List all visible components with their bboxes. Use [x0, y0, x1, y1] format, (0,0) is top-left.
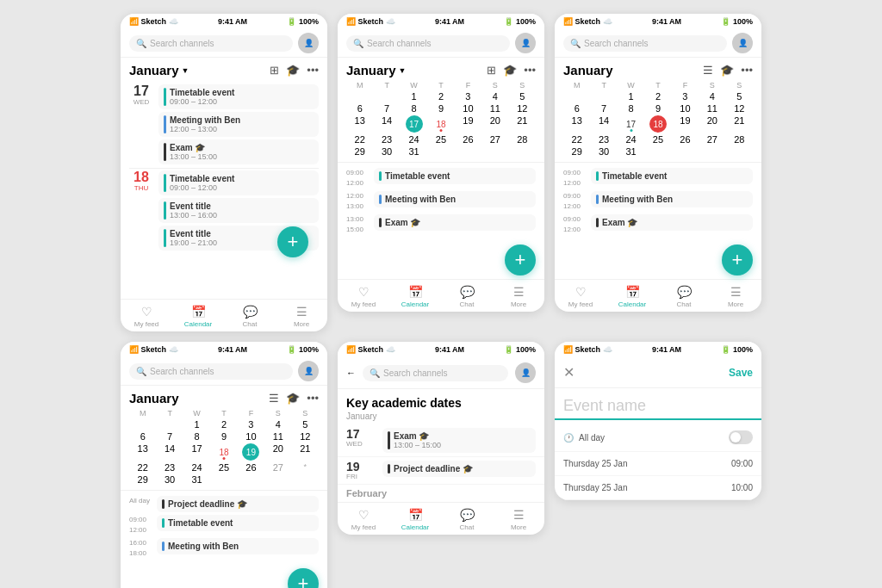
calendar-grid-3: MTWTFSS 12345 6789101112 13141718192021 … [555, 81, 761, 160]
cap-icon[interactable]: 🎓 [286, 64, 300, 77]
event-name-field-6[interactable]: Event name [555, 388, 761, 420]
tab-myfeed-3[interactable]: ♡My feed [555, 285, 606, 308]
scroll-events-2: 09:0012:00 Timetable event 12:0013:00 Me… [338, 164, 544, 241]
time-event-3[interactable]: 13:0015:00 Exam 🎓 [346, 214, 536, 235]
grid-icon[interactable]: ⊞ [270, 64, 279, 77]
list-icon[interactable]: ☰ [703, 64, 713, 77]
phone-6: 📶 Sketch ☁️ 9:41 AM 🔋 100% ✕ Save Event … [555, 342, 761, 500]
event-meeting-17[interactable]: Meeting with Ben 12:00 – 13:00 [158, 112, 319, 137]
time-event-3-3[interactable]: 09:0012:00 Exam 🎓 [563, 214, 753, 235]
phone-2: 📶 Sketch ☁️ 9:41 AM 🔋 100% 🔍 Search chan… [338, 14, 544, 312]
event-timetable-17[interactable]: Timetable event 09:00 – 12:00 [158, 84, 319, 109]
fab-3[interactable]: + [722, 244, 753, 275]
key-dates-title: Key academic dates [338, 389, 544, 412]
form-end-row-6[interactable]: Thursday 25 Jan 10:00 [555, 476, 761, 500]
event-bar [164, 143, 166, 161]
avatar-2[interactable]: 👤 [515, 33, 536, 53]
time-event-3-1[interactable]: 09:0012:00 Timetable event [563, 168, 753, 189]
chevron-down-icon: ▼ [399, 66, 407, 75]
list-icon[interactable]: ☰ [269, 392, 279, 405]
status-bar-2: 📶 Sketch ☁️ 9:41 AM 🔋 100% [338, 14, 544, 29]
tab-myfeed-2[interactable]: ♡My feed [338, 285, 389, 308]
search-input-2[interactable]: 🔍 Search channels [346, 35, 510, 52]
search-input-4[interactable]: 🔍 Search channels [129, 363, 293, 380]
tab-calendar-5[interactable]: 📅Calendar [389, 508, 441, 531]
event-title1-18[interactable]: Event title 13:00 – 16:00 [158, 198, 319, 223]
key-date-row-17[interactable]: 17 WED Exam 🎓 13:00 – 15:00 [338, 424, 544, 457]
fab-4[interactable]: + [288, 568, 319, 588]
avatar-3[interactable]: 👤 [732, 33, 753, 53]
tab-chat-1[interactable]: 💬Chat [224, 305, 276, 328]
today-cell-4[interactable]: 19 [242, 443, 259, 461]
month-title-2[interactable]: January ▼ [346, 63, 406, 77]
tab-more-5[interactable]: ☰More [493, 508, 544, 531]
tab-myfeed-1[interactable]: ♡My feed [121, 305, 172, 328]
event-timetable-18[interactable]: Timetable event 09:00 – 12:00 [158, 170, 319, 195]
avatar-5[interactable]: 👤 [515, 362, 536, 383]
today-cell-2[interactable]: 17 [406, 115, 423, 133]
cap-icon[interactable]: 🎓 [286, 392, 300, 405]
search-icon: 🔍 [570, 39, 581, 48]
tab-more-1[interactable]: ☰More [276, 305, 327, 328]
cap-icon[interactable]: 🎓 [503, 64, 517, 77]
tab-bar-2: ♡My feed 📅Calendar 💬Chat ☰More [338, 279, 544, 312]
tab-chat-2[interactable]: 💬Chat [441, 285, 493, 308]
tab-chat-5[interactable]: 💬Chat [441, 508, 493, 531]
more-icon[interactable]: ••• [524, 64, 536, 77]
tab-chat-3[interactable]: 💬Chat [658, 285, 710, 308]
phone-body-1: 17 WED Timetable event 09:00 – 12:00 [121, 81, 327, 331]
month-icons-1: ⊞ 🎓 ••• [270, 64, 319, 77]
form-header-6: ✕ Save [555, 357, 761, 388]
start-time-6[interactable]: 09:00 [731, 459, 753, 468]
more-icon[interactable]: ••• [307, 392, 319, 405]
fab-1[interactable]: + [277, 226, 308, 257]
search-input-1[interactable]: 🔍 Search channels [129, 35, 293, 52]
tab-myfeed-5[interactable]: ♡My feed [338, 508, 389, 531]
month-header-4: January ☰ 🎓 ••• [121, 386, 327, 409]
grid-icon[interactable]: ⊞ [487, 64, 496, 77]
events-list-17: Timetable event 09:00 – 12:00 Meeting wi… [158, 84, 319, 164]
allday-toggle-6[interactable] [729, 430, 753, 444]
close-button-6[interactable]: ✕ [563, 364, 575, 381]
search-input-3[interactable]: 🔍 Search channels [563, 35, 727, 52]
month-title-1[interactable]: January ▼ [129, 63, 189, 77]
time-event-1[interactable]: 09:0012:00 Timetable event [346, 168, 536, 189]
calendar-grid-4: MTWTFSS 12345 6789101112 13141718192021 … [121, 409, 327, 488]
end-time-6[interactable]: 10:00 [731, 483, 753, 492]
time-event-4-1[interactable]: 09:0012:00 Timetable event [129, 515, 319, 535]
form-start-row-6[interactable]: Thursday 25 Jan 09:00 [555, 452, 761, 476]
more-icon[interactable]: ••• [741, 64, 753, 77]
more-icon[interactable]: ••• [307, 64, 319, 77]
tab-more-2[interactable]: ☰More [493, 285, 544, 308]
scroll-events-4: All day Project deadline 🎓 09:0012:00 Ti… [121, 492, 327, 565]
start-date-6[interactable]: Thursday 25 Jan [563, 459, 628, 468]
today-cell-3[interactable]: 18 [649, 115, 667, 133]
event-bar [164, 229, 166, 247]
time-event-2[interactable]: 12:0013:00 Meeting with Ben [346, 191, 536, 212]
cap-icon[interactable]: 🎓 [720, 64, 734, 77]
status-right: 🔋 100% [287, 17, 319, 26]
search-icon: 🔍 [136, 39, 146, 48]
event-exam-17[interactable]: Exam 🎓 13:00 – 15:00 [158, 139, 319, 164]
month-title-4[interactable]: January [129, 391, 179, 405]
time-event-3-2[interactable]: 09:0012:00 Meeting with Ben [563, 191, 753, 212]
avatar-1[interactable]: 👤 [298, 33, 319, 53]
month-title-3[interactable]: January [563, 63, 613, 77]
fab-2[interactable]: + [505, 244, 536, 275]
key-date-row-19[interactable]: 19 FRI Project deadline 🎓 [338, 457, 544, 485]
end-date-6[interactable]: Thursday 25 Jan [563, 483, 628, 492]
time-event-4-2[interactable]: 16:0018:00 Meeting with Ben [129, 538, 319, 559]
tab-bar-1: ♡My feed 📅Calendar 💬Chat ☰More [121, 299, 327, 331]
status-bar-6: 📶 Sketch ☁️ 9:41 AM 🔋 100% [555, 342, 761, 357]
tab-more-3[interactable]: ☰More [710, 285, 761, 308]
event-bar [164, 174, 166, 192]
search-bar-2: 🔍 Search channels 👤 [338, 29, 544, 58]
save-button-6[interactable]: Save [729, 367, 753, 379]
tab-calendar-3[interactable]: 📅Calendar [606, 285, 658, 308]
tab-calendar-2[interactable]: 📅Calendar [389, 285, 441, 308]
back-button[interactable]: ← [346, 368, 356, 378]
avatar-4[interactable]: 👤 [298, 361, 319, 381]
search-input-5[interactable]: 🔍 Search channels [363, 365, 508, 381]
tab-calendar-1[interactable]: 📅Calendar [172, 305, 224, 328]
allday-event[interactable]: All day Project deadline 🎓 [129, 496, 319, 512]
